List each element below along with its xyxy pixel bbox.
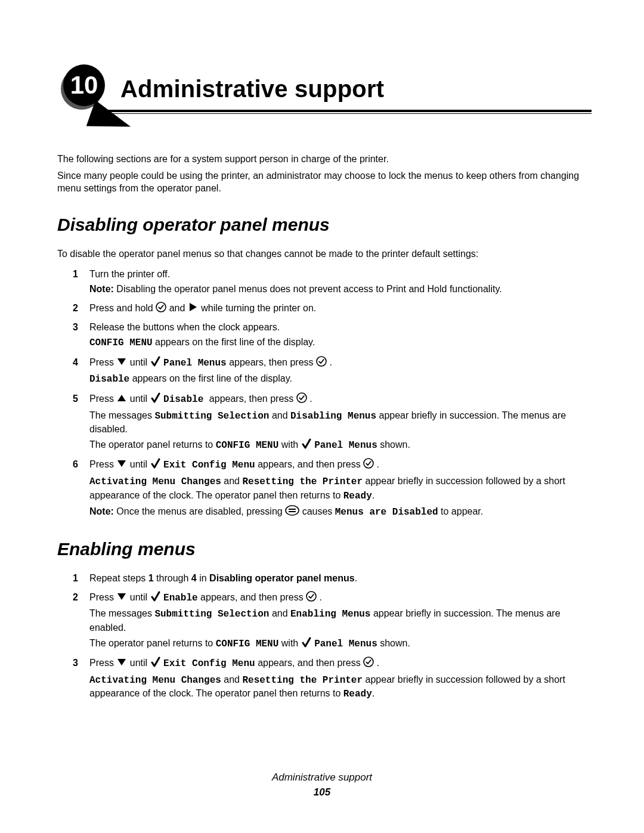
step-number: 1 <box>73 572 78 585</box>
note-text: causes <box>302 506 335 516</box>
step-5: 5 Press until Disable appears, then pres… <box>89 392 589 452</box>
header-rule-thin <box>107 113 592 114</box>
code-text: Enable <box>163 593 198 603</box>
select-icon <box>363 458 374 469</box>
select-icon <box>316 356 327 367</box>
intro-paragraph: Since many people could be using the pri… <box>57 169 589 195</box>
select-icon <box>296 392 307 403</box>
step-1: 1 Repeat steps 1 through 4 in Disabling … <box>89 572 589 585</box>
footer-title: Administrative support <box>272 772 372 783</box>
select-icon <box>156 302 166 312</box>
code-text: Panel Menus <box>314 440 377 451</box>
step-text: until <box>130 592 150 602</box>
header-rule-thick <box>107 110 592 112</box>
step-text: appears on the first line of the display… <box>153 337 315 347</box>
step-text: The operator panel returns to <box>89 439 216 450</box>
code-text: Resetting the Printer <box>242 476 363 487</box>
step-number: 2 <box>73 591 78 604</box>
step-text: until <box>130 357 150 367</box>
step-text: . <box>377 658 379 668</box>
step-text: The messages <box>89 608 154 618</box>
step-number: 3 <box>73 657 78 670</box>
step-text: and <box>272 608 290 618</box>
step-text: shown. <box>380 439 410 450</box>
check-icon <box>150 657 161 667</box>
step-number: 4 <box>73 356 78 369</box>
check-icon <box>150 458 161 469</box>
step-number: 2 <box>73 302 78 315</box>
step-text: in <box>199 573 209 583</box>
check-icon <box>150 356 161 367</box>
step-text: . <box>372 688 374 698</box>
section-lead: To disable the operator panel menus so t… <box>57 247 589 261</box>
code-text: CONFIG MENU <box>89 337 153 348</box>
disabling-steps-list: 1 Turn the printer off. Note: Disabling … <box>57 268 589 519</box>
code-text: Exit Config Menu <box>163 658 255 669</box>
step-text: and <box>272 410 290 420</box>
note-text: Disabling the operator panel menus does … <box>114 284 502 294</box>
page: 10 Administrative support The following … <box>0 0 644 833</box>
check-icon <box>150 591 161 602</box>
step-3: 3 Press until Exit Config Menu appears, … <box>89 657 589 701</box>
step-text: until <box>130 459 150 469</box>
code-text: Submitting Selection <box>154 411 269 422</box>
step-number: 3 <box>73 321 78 334</box>
step-text: appears, then press <box>209 394 296 404</box>
step-text: while turning the printer on. <box>201 303 316 313</box>
check-icon <box>150 392 161 403</box>
step-3: 3 Release the buttons when the clock app… <box>89 321 589 350</box>
code-text: Panel Menus <box>163 358 227 368</box>
code-text: Disabling Menus <box>290 411 376 422</box>
cross-reference-link[interactable]: Disabling operator panel menus <box>209 573 355 583</box>
step-text: . <box>355 573 357 583</box>
step-bold: 1 <box>148 573 154 583</box>
step-bold: 4 <box>191 573 197 583</box>
step-text: shown. <box>380 638 410 648</box>
step-text: appears, and then press <box>258 658 363 668</box>
code-text: Ready <box>343 491 372 501</box>
intro-paragraph: The following sections are for a system … <box>57 153 589 166</box>
code-text: Activating Menu Changes <box>89 476 221 487</box>
step-text: Press <box>89 592 116 602</box>
step-text: and <box>169 303 188 313</box>
step-text: Press <box>89 394 116 404</box>
select-icon <box>363 657 374 667</box>
step-1: 1 Turn the printer off. Note: Disabling … <box>89 268 589 296</box>
step-text: through <box>156 573 191 583</box>
intro-block: The following sections are for a system … <box>57 153 589 195</box>
note-label: Note: <box>89 506 114 516</box>
step-text: appears, then press <box>229 357 316 367</box>
down-arrow-icon <box>116 591 127 602</box>
code-text: CONFIG MENU <box>216 639 279 649</box>
code-text: Ready <box>343 689 372 699</box>
step-text: appears, and then press <box>200 592 306 602</box>
up-arrow-icon <box>116 392 127 403</box>
step-text: . <box>329 357 332 367</box>
check-icon <box>301 438 312 449</box>
step-text: Release the buttons when the clock appea… <box>89 322 280 332</box>
menu-icon <box>285 505 299 516</box>
step-text: Press <box>89 658 116 668</box>
step-text: and <box>224 674 242 685</box>
code-text: Panel Menus <box>314 639 377 649</box>
page-footer: Administrative support 105 <box>0 771 644 800</box>
step-text: Press and hold <box>89 303 156 313</box>
step-text: and <box>224 476 242 486</box>
code-text: Exit Config Menu <box>163 460 255 470</box>
step-number: 5 <box>73 392 78 405</box>
step-text: Press <box>89 357 116 367</box>
select-icon <box>306 591 317 602</box>
step-number: 6 <box>73 458 78 471</box>
step-text: The operator panel returns to <box>89 638 216 648</box>
step-text: . <box>320 592 322 602</box>
step-text: . <box>377 459 379 469</box>
page-number: 105 <box>0 786 644 800</box>
step-text: until <box>130 658 150 668</box>
section-heading-disabling: Disabling operator panel menus <box>57 213 589 237</box>
code-text: Enabling Menus <box>290 609 370 620</box>
step-text: with <box>281 638 301 648</box>
section-heading-enabling: Enabling menus <box>57 537 589 562</box>
right-arrow-icon <box>188 302 199 312</box>
step-2: 2 Press and hold and while turning the p… <box>89 302 589 315</box>
step-2: 2 Press until Enable appears, and then p… <box>89 591 589 651</box>
